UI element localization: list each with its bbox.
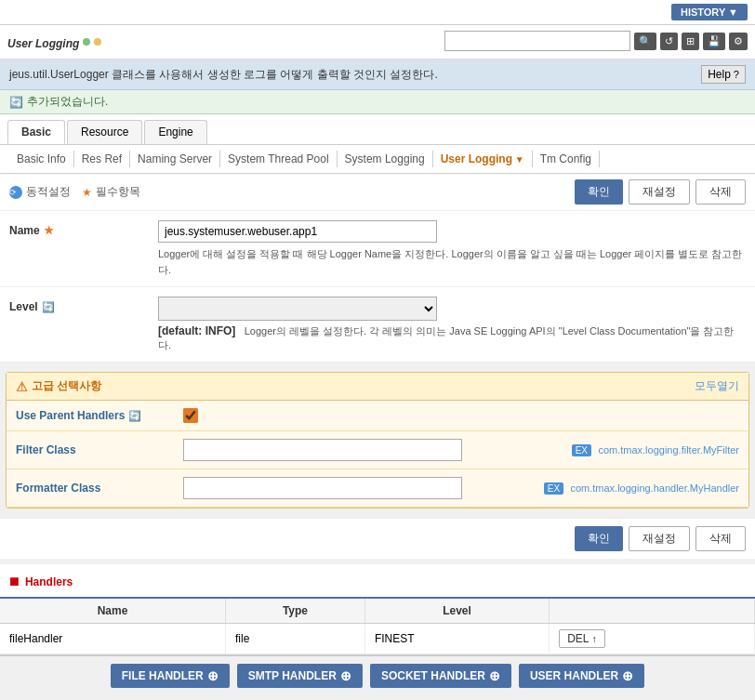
name-row: Name ★ Logger에 대해 설정을 적용할 때 해당 Logger Na… — [0, 211, 755, 287]
level-sync-icon[interactable]: 🔄 — [42, 301, 55, 313]
handlers-icon: ■ — [9, 572, 20, 591]
name-input[interactable] — [158, 220, 437, 243]
expand-link[interactable]: 모두열기 — [695, 378, 739, 394]
level-row: Level 🔄 INFO FINE FINER FINEST WARNING S… — [0, 287, 755, 363]
dynamic-label: ⟳ 동적설정 — [9, 184, 71, 200]
subnav-user-logging[interactable]: User Logging — [433, 151, 533, 167]
delete-button-top[interactable]: 삭제 — [695, 179, 746, 205]
smtp-handler-button[interactable]: SMTP HANDLER ⊕ — [237, 664, 363, 688]
search-icon-btn[interactable]: 🔍 — [634, 33, 656, 50]
action-left: ⟳ 동적설정 ★ 필수항목 — [9, 184, 140, 200]
bottom-handler-bar: FILE HANDLER ⊕ SMTP HANDLER ⊕ SOCKET HAN… — [0, 654, 755, 695]
parent-sync-icon[interactable]: 🔄 — [128, 410, 141, 422]
level-label: Level 🔄 — [9, 297, 158, 313]
subnav-res-ref[interactable]: Res Ref — [74, 151, 130, 167]
delete-button-bottom[interactable]: 삭제 — [695, 526, 746, 551]
tab-engine[interactable]: Engine — [144, 120, 206, 144]
subnav-tm-config[interactable]: Tm Config — [533, 151, 600, 167]
reset-button-top[interactable]: 재설정 — [629, 179, 690, 205]
subnav-naming-server[interactable]: Naming Server — [130, 151, 220, 167]
save-icon-btn[interactable]: 💾 — [703, 33, 725, 50]
name-hint: Logger에 대해 설정을 적용할 때 해당 Logger Name을 지정한… — [158, 246, 746, 277]
action-bar: ⟳ 동적설정 ★ 필수항목 확인 재설정 삭제 — [0, 174, 755, 211]
use-parent-handlers-row: Use Parent Handlers 🔄 — [7, 401, 748, 431]
user-handler-button[interactable]: USER HANDLER ⊕ — [519, 664, 644, 688]
star-icon: ★ — [82, 186, 92, 199]
added-text: 추가되었습니다. — [27, 94, 108, 110]
added-bar: 🔄 추가되었습니다. — [0, 90, 755, 114]
tab-resource[interactable]: Resource — [67, 120, 142, 144]
tab-basic[interactable]: Basic — [7, 120, 65, 144]
formatter-class-input[interactable] — [183, 477, 462, 499]
subnav-system-thread-pool[interactable]: System Thread Pool — [220, 151, 338, 167]
filter-example-link[interactable]: com.tmax.logging.filter.MyFilter — [598, 444, 739, 456]
header-right: 🔍 ↺ ⊞ 💾 ⚙ — [444, 31, 748, 51]
help-button[interactable]: Help ? — [701, 65, 746, 84]
col-level: Level — [364, 598, 549, 624]
name-content: Logger에 대해 설정을 적용할 때 해당 Logger Name을 지정한… — [158, 220, 746, 277]
use-parent-handlers-label: Use Parent Handlers 🔄 — [16, 409, 183, 422]
warning-icon: ⚠ — [16, 379, 28, 394]
info-bar: jeus.util.UserLogger 클래스를 사용해서 생성한 로그를 어… — [0, 59, 755, 90]
handler-level: FINEST — [364, 624, 549, 654]
handler-actions: DEL ↑ — [550, 624, 755, 654]
confirm-button-bottom[interactable]: 확인 — [575, 526, 623, 551]
level-content: INFO FINE FINER FINEST WARNING SEVERE [d… — [158, 297, 746, 352]
smtp-handler-plus-icon: ⊕ — [340, 668, 351, 683]
file-handler-plus-icon: ⊕ — [207, 668, 219, 683]
name-label: Name ★ — [9, 220, 158, 237]
advanced-title: ⚠ 고급 선택사항 — [16, 378, 101, 394]
grid-icon-btn[interactable]: ⊞ — [682, 33, 699, 50]
level-select[interactable]: INFO FINE FINER FINEST WARNING SEVERE — [158, 297, 437, 321]
advanced-header: ⚠ 고급 선택사항 모두열기 — [7, 373, 748, 401]
handler-name: fileHandler — [0, 624, 226, 654]
subnav-system-logging[interactable]: System Logging — [338, 151, 433, 167]
filter-class-input[interactable] — [183, 439, 462, 461]
info-bar-text: jeus.util.UserLogger 클래스를 사용해서 생성한 로그를 어… — [9, 67, 438, 83]
tab-bar: Basic Resource Engine — [0, 114, 755, 145]
formatter-class-label: Formatter Class — [16, 482, 183, 495]
settings-icon-btn[interactable]: ⚙ — [729, 33, 748, 50]
history-button[interactable]: HISTORY — [671, 4, 748, 20]
action-right: 확인 재설정 삭제 — [575, 179, 746, 205]
formatter-class-row: Formatter Class EX com.tmax.logging.hand… — [7, 469, 748, 508]
formatter-example-link[interactable]: com.tmax.logging.handler.MyHandler — [570, 482, 739, 494]
dynamic-icon: ⟳ — [9, 186, 22, 199]
handler-type: file — [226, 624, 365, 654]
formatter-ex-badge: EX — [544, 482, 563, 495]
sub-nav: Basic Info Res Ref Naming Server System … — [0, 145, 755, 174]
name-required-star: ★ — [44, 224, 54, 237]
socket-handler-plus-icon: ⊕ — [489, 668, 500, 683]
level-hint: [default: INFO] Logger의 레벨을 설정한다. 각 레벨의 … — [158, 324, 746, 352]
bottom-action-bar: 확인 재설정 삭제 — [0, 518, 755, 559]
handlers-section: ■ Handlers Name Type Level fileHandler f… — [0, 564, 755, 654]
refresh-icon-btn[interactable]: ↺ — [660, 33, 678, 50]
del-button[interactable]: DEL ↑ — [559, 629, 605, 648]
form-section: Name ★ Logger에 대해 설정을 적용할 때 해당 Logger Na… — [0, 211, 755, 363]
handlers-table: Name Type Level fileHandler file FINEST … — [0, 597, 755, 654]
confirm-button-top[interactable]: 확인 — [575, 179, 623, 205]
sync-icon: 🔄 — [9, 96, 23, 109]
formatter-class-content: EX com.tmax.logging.handler.MyHandler — [183, 477, 739, 499]
use-parent-handlers-content — [183, 408, 739, 423]
use-parent-handlers-checkbox[interactable] — [183, 408, 198, 423]
search-input[interactable] — [444, 31, 630, 51]
header: User Logging 🔍 ↺ ⊞ 💾 ⚙ — [0, 25, 755, 59]
filter-ex-badge: EX — [572, 444, 591, 456]
title-dot1 — [83, 38, 90, 46]
top-bar: HISTORY — [0, 0, 755, 25]
subnav-basic-info[interactable]: Basic Info — [9, 151, 74, 167]
reset-button-bottom[interactable]: 재설정 — [629, 526, 690, 551]
filter-class-label: Filter Class — [16, 443, 183, 456]
col-type: Type — [226, 598, 365, 624]
advanced-section: ⚠ 고급 선택사항 모두열기 Use Parent Handlers 🔄 Fil… — [6, 372, 749, 508]
title-dot2 — [94, 38, 101, 46]
col-actions — [550, 598, 755, 624]
required-label: ★ 필수항목 — [82, 184, 140, 200]
socket-handler-button[interactable]: SOCKET HANDLER ⊕ — [370, 664, 511, 688]
col-name: Name — [0, 598, 226, 624]
filter-class-row: Filter Class EX com.tmax.logging.filter.… — [7, 431, 748, 469]
page-title: User Logging — [7, 29, 101, 53]
user-handler-plus-icon: ⊕ — [622, 668, 633, 683]
file-handler-button[interactable]: FILE HANDLER ⊕ — [111, 664, 230, 688]
